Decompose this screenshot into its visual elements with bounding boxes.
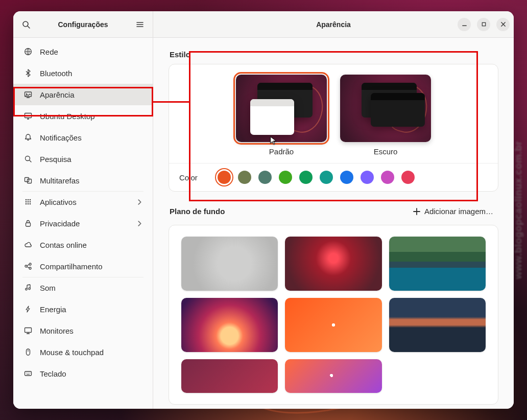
accent-color-7[interactable]: [361, 171, 374, 184]
svg-rect-27: [25, 328, 32, 333]
svg-point-16: [28, 201, 29, 203]
wallpaper-wp-kudu-red[interactable]: [285, 237, 381, 291]
sidebar-item-rede[interactable]: Rede: [13, 41, 153, 62]
sidebar-item-aplicativos[interactable]: Aplicativos: [13, 191, 153, 213]
svg-point-13: [28, 199, 29, 201]
theme-option-escuro[interactable]: Escuro: [340, 75, 431, 156]
sidebar-item-label: Monitores: [40, 326, 74, 335]
add-wallpaper-label: Adicionar imagem…: [424, 207, 493, 216]
svg-rect-21: [26, 223, 31, 226]
hamburger-button[interactable]: [131, 16, 149, 33]
svg-point-12: [26, 199, 27, 201]
svg-line-9: [30, 160, 32, 162]
sidebar-item-bluetooth[interactable]: Bluetooth: [13, 62, 153, 84]
sidebar-item-label: Aplicativos: [40, 198, 77, 206]
theme-label: Escuro: [374, 147, 398, 156]
wallpaper-wp-sunset-kudu[interactable]: [181, 298, 278, 352]
svg-point-20: [30, 203, 31, 205]
minimize-button[interactable]: [458, 18, 471, 31]
svg-rect-28: [27, 349, 30, 355]
sidebar-item-label: Teclado: [40, 369, 66, 378]
accent-color-1[interactable]: [238, 171, 251, 184]
accent-color-0[interactable]: [218, 171, 231, 184]
chevron-right-icon: [137, 199, 142, 205]
wallpaper-wp-alps-lake[interactable]: [389, 237, 486, 291]
style-card: Padrão Escuro Color: [169, 64, 498, 192]
chevron-right-icon: [137, 221, 142, 226]
accent-color-9[interactable]: [401, 171, 415, 184]
sidebar-item-label: Energia: [40, 305, 66, 314]
accent-color-2[interactable]: [258, 171, 272, 184]
sidebar-item-privacidade[interactable]: Privacidade: [13, 213, 153, 234]
sidebar-item-label: Compartilhamento: [40, 262, 103, 271]
svg-point-14: [30, 199, 31, 201]
sidebar-item-label: Som: [40, 284, 56, 292]
accent-color-5[interactable]: [320, 171, 333, 184]
sidebar-item-multitarefas[interactable]: Multitarefas: [13, 170, 153, 191]
sidebar-item-ubuntu-desktop[interactable]: Ubuntu Desktop: [13, 105, 153, 127]
sidebar-item-label: Mouse & touchpad: [40, 348, 104, 357]
svg-point-24: [29, 267, 31, 269]
sidebar-item-label: Contas online: [40, 241, 87, 249]
wallpaper-wp-kudu-grey[interactable]: [181, 237, 278, 291]
color-label: Color: [179, 173, 202, 182]
page-title: Aparência: [316, 20, 351, 29]
bluetooth-icon: [23, 68, 33, 78]
accent-color-6[interactable]: [340, 171, 353, 184]
svg-line-1: [28, 26, 30, 28]
watermark-text: www.blogopcaolinux.com.br: [513, 141, 524, 279]
sidebar-item-label: Notificações: [40, 133, 82, 142]
sidebar-item-pesquisa[interactable]: Pesquisa: [13, 148, 153, 170]
search-icon: [23, 154, 33, 164]
svg-point-23: [29, 263, 31, 265]
maximize-icon: [481, 21, 487, 27]
multitask-icon: [23, 176, 33, 185]
wallpaper-card: [169, 225, 498, 405]
plus-icon: [413, 208, 420, 215]
svg-point-15: [26, 201, 27, 203]
svg-point-18: [26, 203, 27, 205]
sidebar-item-teclado[interactable]: Teclado: [13, 363, 153, 384]
window-controls: [458, 18, 510, 31]
search-button[interactable]: [17, 16, 35, 33]
sidebar-item-mouse-touchpad[interactable]: Mouse & touchpad: [13, 341, 153, 363]
accent-color-3[interactable]: [279, 171, 292, 184]
wallpaper-wp-ubuntu-purple[interactable]: [285, 359, 381, 393]
hamburger-icon: [136, 20, 144, 29]
settings-window: Configurações Aparência Rede Bluetooth: [13, 11, 514, 409]
accent-color-8[interactable]: [381, 171, 394, 184]
sidebar-item-notificacoes[interactable]: Notificações: [13, 127, 153, 148]
style-section-title: Estilo: [170, 50, 497, 59]
wallpaper-wp-ubuntu-logo[interactable]: [285, 298, 381, 352]
sidebar-item-contas-online[interactable]: Contas online: [13, 234, 153, 255]
accent-color-4[interactable]: [299, 171, 313, 184]
maximize-button[interactable]: [477, 18, 490, 31]
accent-color-row: Color: [169, 163, 498, 191]
sidebar-item-aparencia[interactable]: Aparência: [13, 84, 153, 105]
mouse-icon: [23, 347, 33, 357]
svg-rect-30: [25, 371, 32, 376]
wallpaper-wp-mountain-dusk[interactable]: [389, 298, 486, 352]
sidebar-item-compartilhamento[interactable]: Compartilhamento: [13, 255, 153, 277]
titlebar: Configurações Aparência: [13, 11, 514, 38]
sidebar-item-label: Bluetooth: [40, 69, 72, 78]
theme-thumb-dark: [340, 75, 431, 142]
sidebar-title: Configurações: [58, 20, 108, 29]
close-button[interactable]: [496, 18, 510, 31]
monitor-icon: [23, 326, 33, 335]
sidebar-item-monitores[interactable]: Monitores: [13, 320, 153, 341]
sidebar-item-label: Rede: [40, 48, 58, 56]
bell-icon: [23, 133, 33, 142]
sidebar-item-som[interactable]: Som: [13, 277, 153, 298]
apps-icon: [23, 197, 33, 206]
theme-option-padrao[interactable]: Padrão: [236, 75, 327, 156]
sidebar-item-energia[interactable]: Energia: [13, 298, 153, 320]
desktop-icon: [23, 111, 33, 121]
keyboard-icon: [23, 369, 33, 378]
svg-rect-10: [25, 178, 29, 182]
content-area: Estilo Padrão: [153, 38, 514, 409]
add-wallpaper-button[interactable]: Adicionar imagem…: [409, 204, 497, 219]
svg-point-26: [29, 288, 31, 290]
wallpaper-section-title: Plano de fundo: [170, 207, 225, 216]
wallpaper-wp-kudu-maroon[interactable]: [181, 359, 278, 393]
